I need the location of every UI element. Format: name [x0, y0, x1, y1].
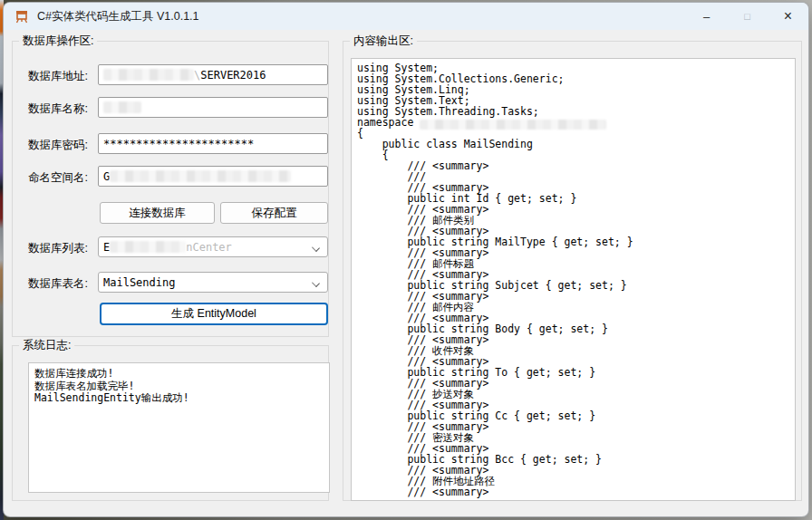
db-list-combobox[interactable]: EnCenter [98, 236, 328, 257]
code-output[interactable]: using System; using System.Collections.G… [351, 58, 796, 501]
system-log-group: 系统日志: 数据库连接成功! 数据库表名加载完毕! MailSendingEnt… [12, 345, 329, 501]
namespace-label: 命名空间名: [28, 170, 88, 186]
app-window: C#实体类代码生成工具 V1.0.1.1 – □ × 数据库操作区: 数据库地址… [3, 2, 809, 517]
table-name-label: 数据库表名: [28, 276, 88, 292]
table-name-combobox[interactable]: MailSending [98, 272, 328, 293]
db-address-input[interactable]: \SERVER2016 [98, 64, 328, 85]
content-output-group-title: 内容输出区: [350, 34, 417, 49]
connect-database-button[interactable]: 连接数据库 [100, 202, 215, 224]
window-title: C#实体类代码生成工具 V1.0.1.1 [37, 9, 199, 24]
db-address-label: 数据库地址: [28, 69, 88, 84]
easel-app-icon [14, 9, 29, 24]
redacted-db-address [103, 69, 194, 81]
db-name-label: 数据库名称: [28, 101, 88, 117]
db-password-input[interactable]: *********************** [98, 133, 328, 154]
redacted-db-name [103, 101, 141, 113]
system-log-group-title: 系统日志: [19, 338, 74, 353]
db-password-label: 数据库密码: [28, 138, 88, 153]
chevron-down-icon [312, 279, 320, 287]
db-operations-group: 数据库操作区: 数据库地址: \SERVER2016 数据库名称: 数据库密码:… [12, 41, 329, 337]
namespace-input[interactable]: G [98, 166, 328, 187]
content-output-group: 内容输出区: using System; using System.Collec… [343, 41, 802, 501]
redacted-namespace-code [420, 120, 606, 130]
generate-entitymodel-button[interactable]: 生成 EntityModel [100, 303, 328, 325]
title-bar[interactable]: C#实体类代码生成工具 V1.0.1.1 – □ × [4, 3, 808, 30]
chevron-down-icon [312, 244, 320, 252]
db-operations-group-title: 数据库操作区: [19, 34, 97, 49]
close-button[interactable]: × [768, 3, 808, 30]
namespace-line: namespace [357, 117, 795, 128]
save-config-button[interactable]: 保存配置 [220, 202, 328, 224]
minimize-button[interactable]: – [686, 3, 727, 30]
maximize-button[interactable]: □ [727, 3, 768, 30]
redacted-db-list-value [110, 241, 186, 253]
db-list-label: 数据库列表: [28, 241, 88, 256]
db-name-input[interactable] [98, 97, 328, 118]
redacted-namespace-value [110, 170, 291, 182]
system-log-output[interactable]: 数据库连接成功! 数据库表名加载完毕! MailSendingEntity输出成… [28, 362, 330, 493]
